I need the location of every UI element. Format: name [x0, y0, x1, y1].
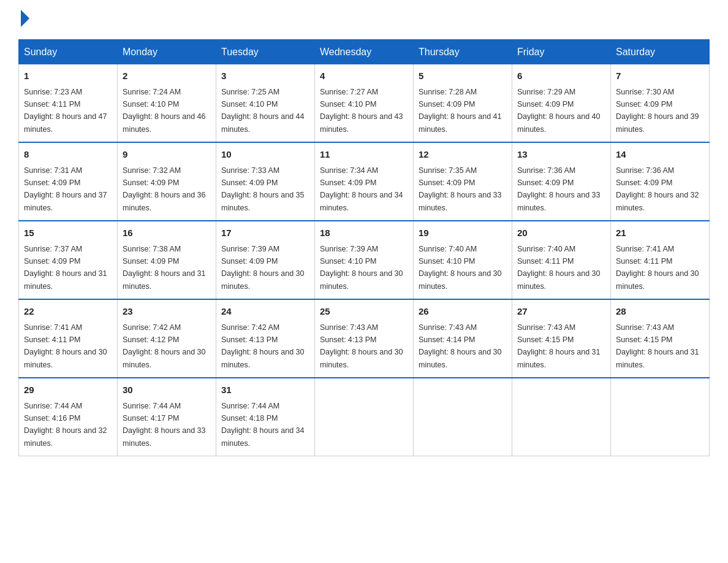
- day-number: 15: [24, 226, 112, 240]
- day-info: Sunrise: 7:35 AMSunset: 4:09 PMDaylight:…: [419, 166, 502, 212]
- calendar-cell: 18Sunrise: 7:39 AMSunset: 4:10 PMDayligh…: [315, 221, 414, 299]
- week-row-5: 29Sunrise: 7:44 AMSunset: 4:16 PMDayligh…: [19, 378, 710, 456]
- day-info: Sunrise: 7:24 AMSunset: 4:10 PMDaylight:…: [123, 88, 206, 134]
- day-number: 12: [419, 148, 507, 162]
- day-info: Sunrise: 7:44 AMSunset: 4:18 PMDaylight:…: [221, 402, 305, 448]
- day-number: 29: [24, 383, 112, 397]
- logo: [18, 12, 29, 27]
- calendar-cell: 23Sunrise: 7:42 AMSunset: 4:12 PMDayligh…: [118, 299, 216, 378]
- day-number: 5: [419, 69, 507, 83]
- day-info: Sunrise: 7:33 AMSunset: 4:09 PMDaylight:…: [221, 166, 305, 212]
- day-number: 28: [616, 305, 704, 319]
- header-saturday: Saturday: [611, 40, 710, 64]
- day-info: Sunrise: 7:30 AMSunset: 4:09 PMDaylight:…: [616, 88, 699, 134]
- calendar-cell: 19Sunrise: 7:40 AMSunset: 4:10 PMDayligh…: [414, 221, 512, 299]
- day-info: Sunrise: 7:37 AMSunset: 4:09 PMDaylight:…: [24, 245, 107, 291]
- day-info: Sunrise: 7:25 AMSunset: 4:10 PMDaylight:…: [221, 88, 305, 134]
- calendar-cell: 15Sunrise: 7:37 AMSunset: 4:09 PMDayligh…: [19, 221, 118, 299]
- day-number: 1: [24, 69, 112, 83]
- calendar-cell: 2Sunrise: 7:24 AMSunset: 4:10 PMDaylight…: [118, 64, 216, 143]
- calendar-cell: 24Sunrise: 7:42 AMSunset: 4:13 PMDayligh…: [216, 299, 315, 378]
- day-info: Sunrise: 7:44 AMSunset: 4:17 PMDaylight:…: [123, 402, 206, 448]
- calendar-cell: 10Sunrise: 7:33 AMSunset: 4:09 PMDayligh…: [216, 142, 315, 221]
- day-number: 18: [320, 226, 408, 240]
- day-number: 24: [221, 305, 309, 319]
- day-info: Sunrise: 7:43 AMSunset: 4:15 PMDaylight:…: [616, 323, 699, 369]
- day-info: Sunrise: 7:41 AMSunset: 4:11 PMDaylight:…: [24, 323, 107, 369]
- header-sunday: Sunday: [19, 40, 118, 64]
- day-info: Sunrise: 7:43 AMSunset: 4:15 PMDaylight:…: [517, 323, 601, 369]
- week-row-2: 8Sunrise: 7:31 AMSunset: 4:09 PMDaylight…: [19, 142, 710, 221]
- day-number: 23: [123, 305, 211, 319]
- day-number: 16: [123, 226, 211, 240]
- day-info: Sunrise: 7:41 AMSunset: 4:11 PMDaylight:…: [616, 245, 699, 291]
- header-thursday: Thursday: [414, 40, 512, 64]
- calendar-cell: 7Sunrise: 7:30 AMSunset: 4:09 PMDaylight…: [611, 64, 710, 143]
- day-info: Sunrise: 7:44 AMSunset: 4:16 PMDaylight:…: [24, 402, 107, 448]
- day-info: Sunrise: 7:39 AMSunset: 4:10 PMDaylight:…: [320, 245, 403, 291]
- day-info: Sunrise: 7:43 AMSunset: 4:14 PMDaylight:…: [419, 323, 502, 369]
- header-wednesday: Wednesday: [315, 40, 414, 64]
- calendar-cell: [611, 378, 710, 456]
- day-number: 10: [221, 148, 309, 162]
- calendar-cell: 1Sunrise: 7:23 AMSunset: 4:11 PMDaylight…: [19, 64, 118, 143]
- day-number: 13: [517, 148, 605, 162]
- calendar-cell: 12Sunrise: 7:35 AMSunset: 4:09 PMDayligh…: [414, 142, 512, 221]
- calendar-cell: 11Sunrise: 7:34 AMSunset: 4:09 PMDayligh…: [315, 142, 414, 221]
- calendar-cell: 27Sunrise: 7:43 AMSunset: 4:15 PMDayligh…: [512, 299, 611, 378]
- day-number: 27: [517, 305, 605, 319]
- page-header: [18, 12, 710, 27]
- calendar-cell: 13Sunrise: 7:36 AMSunset: 4:09 PMDayligh…: [512, 142, 611, 221]
- day-number: 19: [419, 226, 507, 240]
- day-number: 3: [221, 69, 309, 83]
- week-row-3: 15Sunrise: 7:37 AMSunset: 4:09 PMDayligh…: [19, 221, 710, 299]
- day-number: 26: [419, 305, 507, 319]
- day-info: Sunrise: 7:36 AMSunset: 4:09 PMDaylight:…: [517, 166, 601, 212]
- day-number: 31: [221, 383, 309, 397]
- day-info: Sunrise: 7:29 AMSunset: 4:09 PMDaylight:…: [517, 88, 601, 134]
- calendar-cell: 5Sunrise: 7:28 AMSunset: 4:09 PMDaylight…: [414, 64, 512, 143]
- day-info: Sunrise: 7:42 AMSunset: 4:12 PMDaylight:…: [123, 323, 206, 369]
- calendar-cell: 14Sunrise: 7:36 AMSunset: 4:09 PMDayligh…: [611, 142, 710, 221]
- day-number: 17: [221, 226, 309, 240]
- day-info: Sunrise: 7:43 AMSunset: 4:13 PMDaylight:…: [320, 323, 403, 369]
- header-monday: Monday: [118, 40, 216, 64]
- day-info: Sunrise: 7:40 AMSunset: 4:11 PMDaylight:…: [517, 245, 601, 291]
- day-number: 21: [616, 226, 704, 240]
- day-info: Sunrise: 7:32 AMSunset: 4:09 PMDaylight:…: [123, 166, 206, 212]
- day-info: Sunrise: 7:42 AMSunset: 4:13 PMDaylight:…: [221, 323, 305, 369]
- header-tuesday: Tuesday: [216, 40, 315, 64]
- day-info: Sunrise: 7:23 AMSunset: 4:11 PMDaylight:…: [24, 88, 107, 134]
- calendar-cell: 30Sunrise: 7:44 AMSunset: 4:17 PMDayligh…: [118, 378, 216, 456]
- calendar-cell: 26Sunrise: 7:43 AMSunset: 4:14 PMDayligh…: [414, 299, 512, 378]
- calendar-cell: 9Sunrise: 7:32 AMSunset: 4:09 PMDaylight…: [118, 142, 216, 221]
- logo-triangle-icon: [21, 10, 29, 27]
- calendar-cell: [512, 378, 611, 456]
- week-row-1: 1Sunrise: 7:23 AMSunset: 4:11 PMDaylight…: [19, 64, 710, 143]
- calendar-cell: 8Sunrise: 7:31 AMSunset: 4:09 PMDaylight…: [19, 142, 118, 221]
- day-info: Sunrise: 7:34 AMSunset: 4:09 PMDaylight:…: [320, 166, 403, 212]
- day-number: 8: [24, 148, 112, 162]
- calendar-cell: 4Sunrise: 7:27 AMSunset: 4:10 PMDaylight…: [315, 64, 414, 143]
- day-info: Sunrise: 7:31 AMSunset: 4:09 PMDaylight:…: [24, 166, 107, 212]
- day-number: 14: [616, 148, 704, 162]
- day-info: Sunrise: 7:40 AMSunset: 4:10 PMDaylight:…: [419, 245, 502, 291]
- calendar-cell: 17Sunrise: 7:39 AMSunset: 4:09 PMDayligh…: [216, 221, 315, 299]
- day-info: Sunrise: 7:27 AMSunset: 4:10 PMDaylight:…: [320, 88, 403, 134]
- calendar-cell: [315, 378, 414, 456]
- calendar-cell: 20Sunrise: 7:40 AMSunset: 4:11 PMDayligh…: [512, 221, 611, 299]
- day-number: 22: [24, 305, 112, 319]
- day-info: Sunrise: 7:39 AMSunset: 4:09 PMDaylight:…: [221, 245, 305, 291]
- calendar-table: SundayMondayTuesdayWednesdayThursdayFrid…: [18, 39, 710, 456]
- week-row-4: 22Sunrise: 7:41 AMSunset: 4:11 PMDayligh…: [19, 299, 710, 378]
- calendar-cell: [414, 378, 512, 456]
- calendar-cell: 22Sunrise: 7:41 AMSunset: 4:11 PMDayligh…: [19, 299, 118, 378]
- day-number: 7: [616, 69, 704, 83]
- day-number: 6: [517, 69, 605, 83]
- calendar-cell: 3Sunrise: 7:25 AMSunset: 4:10 PMDaylight…: [216, 64, 315, 143]
- calendar-cell: 25Sunrise: 7:43 AMSunset: 4:13 PMDayligh…: [315, 299, 414, 378]
- day-number: 11: [320, 148, 408, 162]
- day-info: Sunrise: 7:38 AMSunset: 4:09 PMDaylight:…: [123, 245, 206, 291]
- day-number: 30: [123, 383, 211, 397]
- calendar-cell: 31Sunrise: 7:44 AMSunset: 4:18 PMDayligh…: [216, 378, 315, 456]
